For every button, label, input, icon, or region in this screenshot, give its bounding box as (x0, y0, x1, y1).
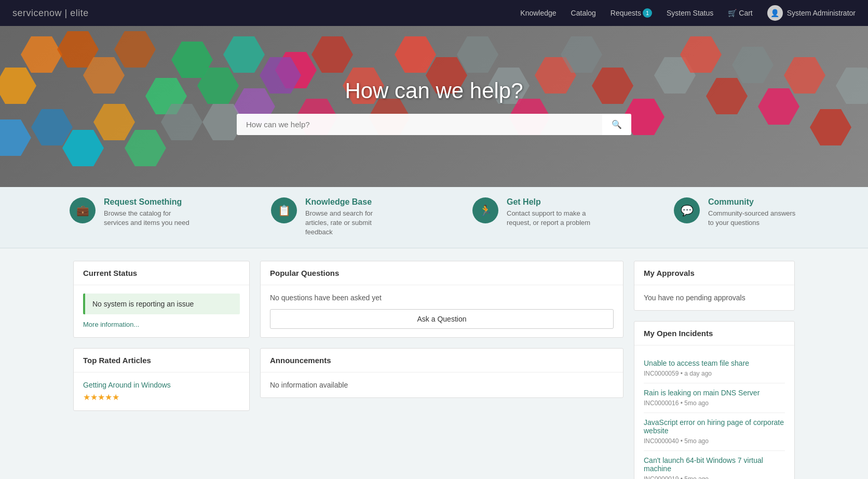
top-rated-body: Getting Around in Windows ★★★★★ (74, 372, 249, 410)
more-info-link[interactable]: More information... (83, 321, 139, 328)
qa-help-title: Get Help (507, 197, 597, 207)
svg-marker-11 (62, 130, 104, 166)
brand-logo[interactable]: servicenow | elite (12, 8, 89, 19)
svg-marker-34 (706, 78, 748, 114)
user-menu[interactable]: 👤 System Administrator (767, 5, 856, 21)
nav-catalog[interactable]: Catalog (571, 9, 596, 17)
svg-marker-4 (114, 31, 156, 68)
middle-column: Popular Questions No questions have been… (260, 261, 623, 479)
qa-knowledge-base[interactable]: 📋 Knowledge Base Browse and search for a… (271, 197, 396, 237)
svg-marker-30 (592, 68, 633, 104)
status-text: No system is reporting an issue (92, 300, 194, 308)
current-status-header: Current Status (74, 261, 249, 285)
svg-marker-23 (395, 36, 436, 73)
svg-marker-0 (21, 36, 62, 73)
search-input[interactable] (237, 114, 602, 135)
nav-knowledge[interactable]: Knowledge (520, 9, 556, 17)
knowledge-icon: 📋 (271, 197, 297, 223)
qa-community-text: Community Community-sourced answers to y… (708, 197, 798, 228)
announcements-body: No information available (261, 372, 623, 397)
main-content: Current Status No system is reporting an… (58, 248, 810, 479)
no-announcements-text: No information available (270, 381, 614, 389)
request-icon: 💼 (70, 197, 96, 223)
nav-requests[interactable]: Requests 1 (611, 8, 652, 18)
incident-item-2: JavaScript error on hiring page of corpo… (644, 413, 785, 451)
current-status-card: Current Status No system is reporting an… (73, 261, 250, 338)
incident-item-1: Rain is leaking on main DNS Server INC00… (644, 383, 785, 413)
qa-request-title: Request Something (104, 197, 194, 207)
svg-marker-2 (0, 68, 36, 104)
qa-help-desc: Contact support to make a request, or re… (507, 209, 597, 228)
svg-marker-8 (223, 36, 265, 73)
qa-knowledge-desc: Browse and search for articles, rate or … (305, 209, 396, 237)
requests-badge: 1 (643, 8, 652, 18)
incident-link-3[interactable]: Can't launch 64-bit Windows 7 virtual ma… (644, 456, 785, 473)
qa-request-text: Request Something Browse the catalog for… (104, 197, 194, 228)
popular-questions-body: No questions have been asked yet Ask a Q… (261, 285, 623, 337)
incident-meta-1: INC0000016 • 5mo ago (644, 400, 709, 407)
nav-links: Knowledge Catalog Requests 1 System Stat… (520, 5, 856, 21)
svg-marker-35 (732, 47, 774, 83)
hero-title: How can we help? (345, 78, 523, 103)
nav-cart[interactable]: 🛒 Cart (728, 9, 752, 17)
top-rated-header: Top Rated Articles (74, 349, 249, 372)
community-icon: 💬 (674, 197, 700, 223)
incident-link-1[interactable]: Rain is leaking on main DNS Server (644, 389, 785, 397)
my-incidents-header: My Open Incidents (634, 322, 794, 345)
svg-marker-9 (0, 119, 31, 156)
svg-marker-10 (31, 109, 73, 145)
svg-marker-20 (125, 130, 166, 166)
incident-link-0[interactable]: Unable to access team file share (644, 359, 785, 367)
svg-marker-19 (93, 104, 135, 140)
svg-marker-36 (758, 88, 799, 125)
left-column: Current Status No system is reporting an… (73, 261, 250, 479)
announcements-header: Announcements (261, 349, 623, 372)
svg-marker-37 (784, 57, 825, 94)
hero-section: How can we help? 🔍 (0, 26, 868, 187)
hero-shapes (0, 26, 868, 187)
qa-request-desc: Browse the catalog for services and item… (104, 209, 194, 228)
my-approvals-header: My Approvals (634, 261, 794, 285)
no-approvals-text: You have no pending approvals (644, 294, 785, 302)
incident-link-2[interactable]: JavaScript error on hiring page of corpo… (644, 418, 785, 435)
qa-help-text: Get Help Contact support to make a reque… (507, 197, 597, 228)
article-link[interactable]: Getting Around in Windows (83, 381, 240, 389)
announcements-card: Announcements No information available (260, 348, 623, 398)
qa-get-help[interactable]: 🏃 Get Help Contact support to make a req… (472, 197, 597, 228)
user-avatar: 👤 (767, 5, 783, 21)
incident-meta-0: INC0000059 • a day ago (644, 370, 712, 377)
popular-questions-header: Popular Questions (261, 261, 623, 285)
nav-system-status[interactable]: System Status (667, 9, 713, 17)
qa-knowledge-title: Knowledge Base (305, 197, 396, 207)
article-stars: ★★★★★ (83, 392, 240, 402)
user-name: System Administrator (787, 9, 856, 17)
svg-marker-13 (311, 36, 353, 73)
current-status-body: No system is reporting an issue More inf… (74, 285, 249, 337)
search-bar: 🔍 (237, 114, 631, 135)
status-indicator: No system is reporting an issue (83, 294, 240, 314)
incident-item-3: Can't launch 64-bit Windows 7 virtual ma… (644, 451, 785, 479)
my-open-incidents-card: My Open Incidents Unable to access team … (634, 321, 795, 479)
right-column: My Approvals You have no pending approva… (634, 261, 795, 479)
nav-requests-label: Requests (611, 9, 641, 17)
help-icon: 🏃 (472, 197, 498, 223)
qa-community[interactable]: 💬 Community Community-sourced answers to… (674, 197, 798, 228)
brand-suite: elite (70, 8, 89, 18)
ask-question-button[interactable]: Ask a Question (270, 309, 614, 329)
brand-name: servicenow (12, 8, 62, 18)
no-questions-text: No questions have been asked yet (270, 294, 614, 302)
svg-marker-38 (810, 109, 851, 145)
cart-label: Cart (739, 9, 752, 17)
quick-actions-bar: 💼 Request Something Browse the catalog f… (0, 187, 868, 248)
qa-request-something[interactable]: 💼 Request Something Browse the catalog f… (70, 197, 194, 228)
svg-marker-39 (836, 68, 868, 104)
incident-item-0: Unable to access team file share INC0000… (644, 354, 785, 383)
navbar: servicenow | elite Knowledge Catalog Req… (0, 0, 868, 26)
my-approvals-card: My Approvals You have no pending approva… (634, 261, 795, 311)
qa-community-desc: Community-sourced answers to your questi… (708, 209, 798, 228)
search-button[interactable]: 🔍 (602, 114, 631, 135)
svg-marker-25 (457, 36, 498, 73)
my-incidents-body: Unable to access team file share INC0000… (634, 345, 794, 479)
popular-questions-card: Popular Questions No questions have been… (260, 261, 623, 338)
qa-knowledge-text: Knowledge Base Browse and search for art… (305, 197, 396, 237)
